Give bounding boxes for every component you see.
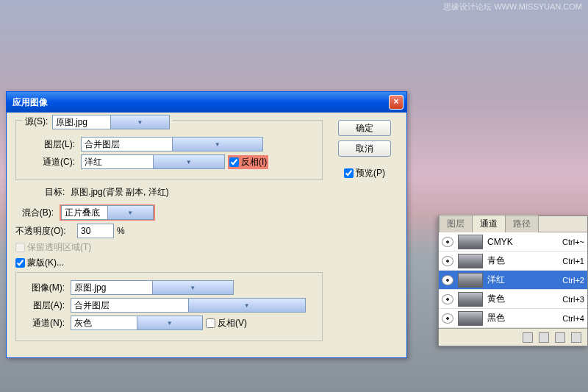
layer2-combo[interactable]: 合并图层▼ (71, 298, 306, 313)
channel2-label: 通道(N): (24, 317, 68, 329)
panel-tabs: 图层 通道 路径 (439, 216, 587, 232)
tab-channels[interactable]: 通道 (472, 215, 506, 232)
preserve-check-input (15, 243, 25, 252)
tab-paths[interactable]: 路径 (505, 215, 539, 232)
delete-channel-icon[interactable] (571, 332, 581, 343)
dialog-titlebar[interactable]: 应用图像 × (7, 92, 406, 113)
opacity-label: 不透明度(O): (15, 225, 74, 238)
chevron-down-icon: ▼ (153, 155, 225, 168)
channel-row[interactable]: 青色Ctrl+1 (439, 252, 587, 271)
channel-shortcut: Ctrl+~ (562, 238, 584, 246)
image-label: 图像(M): (24, 282, 68, 294)
preview-label: 预览(P) (356, 167, 385, 179)
mask-check-input[interactable] (15, 258, 25, 268)
cancel-button[interactable]: 取消 (338, 140, 391, 157)
chevron-down-icon: ▼ (152, 281, 234, 294)
invert2-check-input[interactable] (206, 318, 215, 328)
channel-label: 通道(C): (34, 156, 78, 168)
channel-thumbnail (458, 254, 483, 268)
dialog-title: 应用图像 (12, 96, 48, 109)
chevron-down-icon: ▼ (172, 138, 263, 151)
apply-image-dialog: 应用图像 × 确定 取消 预览(P) 源(S): 原图.jpg▼ 图层(L): (6, 91, 407, 358)
channel-name: 黄色 (487, 293, 558, 305)
channels-panel: 图层 通道 路径 CMYKCtrl+~青色Ctrl+1洋红Ctrl+2黄色Ctr… (438, 215, 588, 346)
new-channel-icon[interactable] (555, 332, 565, 343)
target-label: 目标: (45, 186, 65, 199)
invert-highlight: 反相(I) (228, 155, 268, 169)
channel-row[interactable]: 黄色Ctrl+3 (439, 290, 587, 309)
blend-combo[interactable]: 正片叠底▼ (61, 205, 154, 220)
watermark-text: 思缘设计论坛 WWW.MISSYUAN.COM (443, 1, 582, 13)
channel-name: 黑色 (487, 312, 558, 324)
channel-thumbnail (458, 273, 483, 288)
channel-thumbnail (458, 235, 483, 249)
channel-shortcut: Ctrl+4 (562, 314, 584, 323)
layer-label: 图层(L): (34, 138, 78, 151)
load-selection-icon[interactable] (523, 332, 533, 343)
opacity-percent: % (117, 226, 125, 236)
save-selection-icon[interactable] (539, 332, 549, 343)
channel2-combo[interactable]: 灰色▼ (71, 316, 203, 330)
preserve-transparency-checkbox: 保留透明区域(T) (15, 241, 398, 254)
invert-check-input[interactable] (229, 157, 239, 167)
mask-label: 蒙版(K)... (27, 257, 64, 269)
preview-check-input[interactable] (344, 168, 354, 178)
source-combo[interactable]: 原图.jpg▼ (52, 115, 170, 129)
visibility-icon[interactable] (442, 256, 453, 266)
close-button[interactable]: × (389, 95, 404, 110)
chevron-down-icon: ▼ (110, 115, 169, 129)
channel-name: 青色 (487, 254, 558, 267)
blend-label: 混合(B): (15, 207, 57, 219)
visibility-icon[interactable] (442, 313, 453, 324)
chevron-down-icon: ▼ (137, 316, 203, 329)
channel-shortcut: Ctrl+2 (562, 276, 584, 285)
channel-shortcut: Ctrl+1 (562, 257, 584, 266)
channel-thumbnail (458, 292, 483, 307)
chevron-down-icon: ▼ (107, 206, 154, 219)
visibility-icon[interactable] (442, 294, 453, 304)
opacity-input[interactable] (77, 224, 114, 238)
channel-shortcut: Ctrl+3 (562, 295, 584, 304)
channel-combo[interactable]: 洋红▼ (81, 154, 225, 169)
channel-row[interactable]: 洋红Ctrl+2 (439, 271, 587, 290)
source-legend: 源(S): 原图.jpg▼ (22, 115, 173, 129)
mask-checkbox[interactable]: 蒙版(K)... (15, 257, 398, 269)
channel-row[interactable]: CMYKCtrl+~ (439, 232, 587, 252)
invert2-checkbox[interactable]: 反相(V) (206, 317, 247, 329)
preview-checkbox[interactable]: 预览(P) (344, 167, 385, 179)
tab-layers[interactable]: 图层 (439, 215, 473, 232)
image-combo[interactable]: 原图.jpg▼ (71, 280, 234, 295)
visibility-icon[interactable] (442, 275, 453, 285)
target-value: 原图.jpg(背景 副本, 洋红) (71, 186, 168, 199)
channel-list: CMYKCtrl+~青色Ctrl+1洋红Ctrl+2黄色Ctrl+3黑色Ctrl… (439, 232, 587, 328)
layer-combo[interactable]: 合并图层▼ (81, 137, 263, 152)
visibility-icon[interactable] (442, 237, 453, 247)
invert-checkbox[interactable]: 反相(I) (229, 156, 267, 168)
channel-name: 洋红 (487, 274, 558, 286)
channel-row[interactable]: 黑色Ctrl+4 (439, 309, 587, 328)
blend-highlight: 正片叠底▼ (60, 204, 155, 221)
layer2-label: 图层(A): (24, 299, 68, 312)
channel-name: CMYK (487, 237, 558, 247)
chevron-down-icon: ▼ (188, 299, 306, 312)
channel-thumbnail (458, 311, 483, 326)
ok-button[interactable]: 确定 (338, 120, 391, 136)
panel-footer (439, 328, 587, 346)
